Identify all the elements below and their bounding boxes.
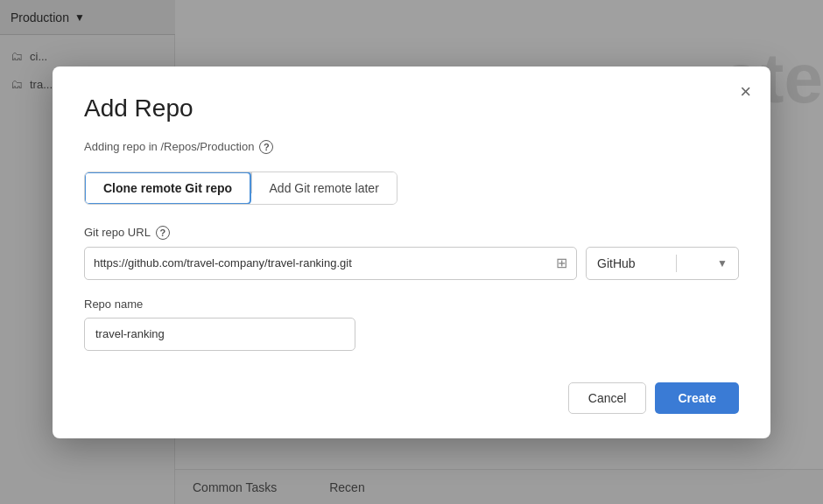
create-button[interactable]: Create: [655, 382, 739, 414]
subtitle-text: Adding repo in /Repos/Production: [84, 140, 254, 153]
git-url-input[interactable]: [94, 256, 551, 270]
modal-title: Add Repo: [84, 94, 739, 122]
provider-divider: [676, 255, 678, 272]
cancel-button[interactable]: Cancel: [568, 382, 647, 414]
provider-select[interactable]: GitHub ▼: [586, 247, 739, 280]
tab-add-later[interactable]: Add Git remote later: [252, 172, 397, 204]
tab-group: Clone remote Git repo Add Git remote lat…: [84, 172, 397, 205]
modal-subtitle: Adding repo in /Repos/Production ?: [84, 140, 739, 154]
subtitle-help-icon[interactable]: ?: [259, 140, 273, 154]
repo-name-input[interactable]: [84, 318, 355, 351]
provider-label: GitHub: [597, 256, 636, 270]
git-url-help-icon[interactable]: ?: [156, 226, 170, 240]
modal-footer: Cancel Create: [84, 382, 739, 414]
close-button[interactable]: ×: [740, 82, 751, 102]
repo-name-field-group: Repo name: [84, 298, 739, 351]
repo-name-label: Repo name: [84, 298, 739, 311]
git-url-label-text: Git repo URL: [84, 226, 151, 239]
modal-overlay: × Add Repo Adding repo in /Repos/Product…: [0, 0, 823, 504]
git-url-input-wrap: ⊞: [84, 247, 577, 280]
tab-clone-remote[interactable]: Clone remote Git repo: [84, 172, 251, 205]
add-repo-modal: × Add Repo Adding repo in /Repos/Product…: [53, 66, 770, 438]
clipboard-icon[interactable]: ⊞: [556, 255, 567, 271]
chevron-down-icon: ▼: [717, 257, 728, 270]
git-url-label: Git repo URL ?: [84, 226, 739, 240]
repo-name-label-text: Repo name: [84, 298, 143, 311]
git-url-field-group: Git repo URL ? ⊞ GitHub ▼: [84, 226, 739, 280]
git-url-row: ⊞ GitHub ▼: [84, 247, 739, 280]
